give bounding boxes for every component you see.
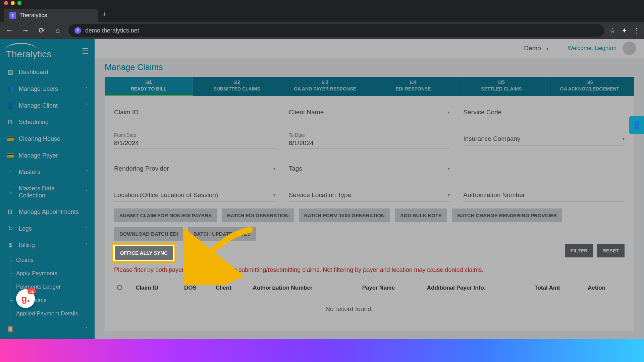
sidebar-item-billing[interactable]: $Billing˄ <box>0 237 95 253</box>
claims-table: Claim IDDOSClientAuthorization NumberPay… <box>114 279 625 321</box>
add-bulk-note-button[interactable]: ADD BULK NOTE <box>395 208 447 222</box>
batch-change-rendering-provider-button[interactable]: BATCH CHANGE RENDERING PROVIDER <box>452 208 562 222</box>
nav-icon: 👤 <box>7 102 14 109</box>
tab-favicon-icon: T <box>9 12 16 19</box>
reload-button[interactable]: ⟳ <box>36 26 47 35</box>
sidebar-item-support[interactable]: ?Support <box>0 337 95 339</box>
window-minimize[interactable] <box>11 1 15 5</box>
nav-label: Masters Data Collection <box>19 185 81 199</box>
sidebar-item-logs[interactable]: ↻Logs˅ <box>0 220 95 237</box>
sidebar-subitem-claims[interactable]: Claims <box>0 253 95 267</box>
claim-tab-submitted-claims[interactable]: ⊡2SUBMITTED CLAIMS <box>193 77 281 96</box>
nav-icon: $ <box>7 242 14 249</box>
from-date-label: From Date <box>114 132 275 138</box>
no-record-text: No record found. <box>114 297 584 321</box>
sidebar-item-manage-appointments[interactable]: 🗓Manage Appointments <box>0 204 95 220</box>
chevron-down-icon: ˅ <box>86 189 88 195</box>
batch-update-rates-button[interactable]: BATCH UPDATE RATES <box>188 227 256 241</box>
col-action: Action <box>584 279 625 297</box>
insurance-select[interactable]: Insurance Company▾ <box>463 132 625 145</box>
nav-label: Masters <box>19 169 81 176</box>
window-maximize[interactable] <box>17 1 21 5</box>
sidebar-item-manage-client[interactable]: 👤Manage Client˅ <box>0 97 95 114</box>
nav-icon: 💳 <box>7 135 14 142</box>
chevron-down-icon: ˅ <box>86 226 88 231</box>
claim-tab-ready-to-bill[interactable]: ⊡1READY TO BILL <box>105 77 193 96</box>
submit-claim-for-non-edi-payers-button[interactable]: SUBMIT CLAIM FOR NON EDI PAYERS <box>114 208 217 222</box>
sidebar-toggle-icon[interactable]: ☰ <box>82 47 89 56</box>
to-date-input[interactable]: 8/1/2024 <box>289 138 450 149</box>
col-client: Client <box>212 279 250 297</box>
avatar[interactable] <box>623 42 636 55</box>
extensions-icon[interactable]: ✦ <box>622 26 627 35</box>
nav-label: Billing <box>19 242 81 249</box>
client-name-select[interactable]: Client Name▾ <box>289 106 450 119</box>
claim-tab-settled-claims[interactable]: ⊡5SETTLED CLAIMS <box>458 77 546 96</box>
grammarly-count: 62 <box>28 288 36 294</box>
forward-button[interactable]: → <box>20 26 31 35</box>
nav-icon: ≡ <box>7 189 14 196</box>
claim-id-input[interactable]: Claim ID <box>114 106 275 119</box>
nav-label: Manage Payer <box>19 152 88 159</box>
url-bar[interactable]: T demo.theralytics.net <box>68 24 604 37</box>
chevron-down-icon: ˅ <box>86 103 88 108</box>
grammarly-badge[interactable]: g. 62 <box>16 289 35 308</box>
sidebar-item-scheduling[interactable]: 🗓Scheduling <box>0 114 95 130</box>
select-all-checkbox[interactable] <box>117 285 122 290</box>
sidebar-item-dashboard[interactable]: ▦Dashboard <box>0 64 95 80</box>
claim-tab-edi-response[interactable]: ⊡4EDI RESPONSE <box>369 77 458 96</box>
page-title: Manage Claims <box>105 62 634 72</box>
batch-edi-generation-button[interactable]: BATCH EDI GENERATION <box>222 208 294 222</box>
nav-label: Scheduling <box>19 119 88 126</box>
col-authorization-number: Authorization Number <box>249 279 359 297</box>
sidebar-subitem-applied-payment-details[interactable]: Applied Payment Details <box>0 307 95 320</box>
sidebar: Theralytics ☰ ▦Dashboard👥Manage Users˅👤M… <box>0 39 95 339</box>
col-claim-id: Claim ID <box>132 279 181 297</box>
tab-label: OA ACKNOWLEDGEMENT <box>560 86 619 92</box>
auth-number-input[interactable]: Authorization Number <box>463 189 625 202</box>
download-batch-edi-button[interactable]: DOWNLOAD BATCH EDI <box>114 227 183 241</box>
tags-select[interactable]: Tags▾ <box>289 162 450 175</box>
nav-icon: 👥 <box>7 85 14 93</box>
batch-form-1500-generation-button[interactable]: BATCH FORM 1500 GENERATION <box>299 208 390 222</box>
sidebar-subitem-evv-claims[interactable]: EVV Claims <box>0 294 95 307</box>
sidebar-subitem-payments-ledger[interactable]: Payments Ledger <box>0 280 95 294</box>
claim-tab-oa-and-payer-response[interactable]: ⊡3OA AND PAYER RESPONSE <box>281 77 369 96</box>
tab-label: EDI RESPONSE <box>395 86 431 92</box>
rendering-provider-select[interactable]: Rendering Provider▾ <box>114 162 275 175</box>
service-code-input[interactable]: Service Code <box>463 106 625 119</box>
tab-badge-icon: ⊡4 <box>369 79 457 85</box>
from-date-input[interactable]: 8/1/2024 <box>114 138 275 149</box>
office-ally-sync-button[interactable]: OFFICE ALLY SYNC <box>115 246 173 260</box>
location-select[interactable]: Location (Office Location of Session)▾ <box>114 189 275 202</box>
bookmark-icon[interactable]: ☆ <box>609 26 615 35</box>
service-location-select[interactable]: Service Location Type▾ <box>289 189 450 202</box>
sidebar-item-clearing-house[interactable]: 💳Clearing House <box>0 130 95 147</box>
new-tab-button[interactable]: + <box>102 9 107 22</box>
back-button[interactable]: ← <box>4 26 15 35</box>
sidebar-subitem-apply-payments[interactable]: Apply Payments <box>0 267 95 280</box>
url-text: demo.theralytics.net <box>85 27 139 34</box>
col-dos: DOS <box>181 279 212 297</box>
window-close[interactable] <box>4 1 8 5</box>
col-additional-payer-info-: Additional Payer Info. <box>424 279 531 297</box>
tab-badge-icon: ⊡1 <box>105 79 193 85</box>
nav-icon: 📋 <box>7 325 14 333</box>
home-button[interactable]: ⌂ <box>52 26 63 35</box>
sidebar-item-masters[interactable]: ≡Masters˅ <box>0 164 95 180</box>
sidebar-item-masters-data-collection[interactable]: ≡Masters Data Collection˅ <box>0 180 95 204</box>
browser-tab[interactable]: T Theralytics <box>4 9 98 22</box>
claim-tab-oa-acknowledgement[interactable]: ⊡6OA ACKNOWLEDGEMENT <box>546 77 634 96</box>
sidebar-item-manage-payer[interactable]: 💳Manage Payer <box>0 147 95 164</box>
tab-label: READY TO BILL <box>131 86 167 92</box>
tab-strip: T Theralytics + <box>0 6 644 22</box>
nav-icon: ▦ <box>7 68 14 76</box>
nav-icon: ≡ <box>7 169 14 176</box>
sidebar-item-manage-users[interactable]: 👥Manage Users˅ <box>0 80 95 97</box>
sidebar-item-item[interactable]: 📋˅ <box>0 320 95 337</box>
menu-icon[interactable]: ⋮ <box>633 26 640 35</box>
support-widget-icon[interactable]: 👤 <box>629 116 644 134</box>
company-selector[interactable]: Demo ▾ <box>522 43 562 54</box>
nav-label: Dashboard <box>19 69 88 76</box>
tab-badge-icon: ⊡5 <box>458 79 545 85</box>
